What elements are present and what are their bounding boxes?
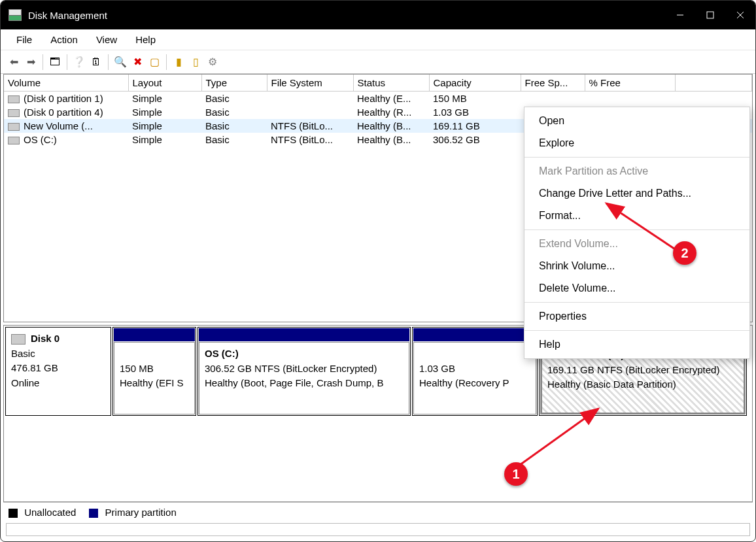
- context-menu-separator: [524, 302, 749, 303]
- refresh-icon[interactable]: 🗓: [88, 54, 104, 70]
- forward-icon[interactable]: ➡: [23, 54, 39, 70]
- partition-color-bar: [114, 328, 195, 341]
- col-percentfree[interactable]: % Free: [585, 75, 675, 92]
- partition-block[interactable]: OS (C:)306.52 GB NTFS (BitLocker Encrypt…: [198, 327, 411, 416]
- context-menu-item[interactable]: Properties: [524, 305, 749, 328]
- status-bar: [6, 523, 750, 536]
- context-menu-separator: [524, 157, 749, 158]
- disk-status-text: Online: [11, 376, 105, 391]
- context-menu-item[interactable]: Change Drive Letter and Paths...: [524, 182, 749, 205]
- partition-color-bar: [199, 328, 409, 341]
- legend-primary: Primary partition: [89, 507, 176, 518]
- swatch-unallocated: [9, 509, 18, 518]
- col-volume[interactable]: Volume: [4, 75, 128, 92]
- col-filesystem[interactable]: File System: [267, 75, 353, 92]
- context-menu-item: Mark Partition as Active: [524, 160, 749, 182]
- col-freespace[interactable]: Free Sp...: [521, 75, 585, 92]
- context-menu-item[interactable]: Delete Volume...: [524, 277, 749, 299]
- list-top-icon[interactable]: ▮: [171, 54, 186, 70]
- swatch-primary: [89, 509, 98, 518]
- context-menu-item[interactable]: Format...: [524, 205, 749, 227]
- delete-icon[interactable]: ✖: [129, 54, 145, 70]
- table-header-row[interactable]: Volume Layout Type File System Status Ca…: [4, 75, 752, 92]
- partition-info: 150 MBHealthy (EFI S: [114, 342, 195, 415]
- toolbar: ⬅ ➡ 🗔 ❔ 🗓 🔍 ✖ ▢ ▮ ▯ ⚙: [1, 50, 755, 74]
- drive-icon: [8, 123, 20, 131]
- menu-help[interactable]: Help: [126, 31, 165, 48]
- partition-block[interactable]: 150 MBHealthy (EFI S: [112, 327, 196, 416]
- partition-info: OS (C:)306.52 GB NTFS (BitLocker Encrypt…: [199, 342, 409, 415]
- context-menu-item[interactable]: Shrink Volume...: [524, 255, 749, 277]
- properties-check-icon[interactable]: ▢: [146, 54, 162, 70]
- partition-color-bar: [413, 328, 536, 341]
- col-capacity[interactable]: Capacity: [429, 75, 521, 92]
- menubar: File Action View Help: [1, 29, 755, 50]
- titlebar: Disk Management: [1, 1, 755, 29]
- context-menu-item[interactable]: Open: [524, 110, 749, 132]
- drive-icon: [8, 95, 20, 103]
- drive-icon: [8, 137, 20, 144]
- window-frame: Disk Management File Action View Help ⬅ …: [0, 0, 756, 542]
- list-bottom-icon[interactable]: ▯: [188, 54, 203, 70]
- partition-block[interactable]: 1.03 GBHealthy (Recovery P: [412, 327, 538, 416]
- col-layout[interactable]: Layout: [128, 75, 201, 92]
- minimize-button[interactable]: [665, 1, 695, 29]
- disk-icon: [11, 334, 26, 345]
- disk-type-text: Basic: [11, 347, 105, 362]
- col-status[interactable]: Status: [353, 75, 429, 92]
- svg-rect-1: [707, 12, 713, 18]
- back-icon[interactable]: ⬅: [6, 54, 22, 70]
- table-row[interactable]: (Disk 0 partition 1)SimpleBasicHealthy (…: [4, 92, 752, 106]
- explore-icon[interactable]: 🔍: [112, 54, 128, 70]
- menu-view[interactable]: View: [87, 31, 126, 48]
- col-type[interactable]: Type: [201, 75, 267, 92]
- window-controls: [665, 1, 755, 29]
- callout-1: 1: [504, 462, 528, 486]
- menu-file[interactable]: File: [7, 31, 41, 48]
- menu-action[interactable]: Action: [41, 31, 87, 48]
- partition-info: 1.03 GBHealthy (Recovery P: [413, 342, 536, 415]
- callout-2: 2: [673, 241, 696, 265]
- context-menu-separator: [524, 330, 749, 331]
- disk-label-name: Disk 0: [31, 333, 60, 344]
- settings-icon[interactable]: ⚙: [205, 54, 220, 70]
- disk-management-icon: [9, 9, 22, 21]
- context-menu-item[interactable]: Help: [524, 333, 749, 356]
- legend-unallocated: Unallocated: [9, 507, 76, 518]
- help-icon[interactable]: ❔: [71, 54, 87, 70]
- legend: Unallocated Primary partition: [3, 502, 753, 522]
- close-button[interactable]: [725, 1, 755, 29]
- drive-icon: [8, 109, 20, 117]
- disk-label-box[interactable]: Disk 0 Basic 476.81 GB Online: [5, 327, 111, 416]
- window-title: Disk Management: [28, 10, 665, 21]
- maximize-button[interactable]: [695, 1, 725, 29]
- context-menu: OpenExploreMark Partition as ActiveChang…: [524, 107, 750, 359]
- context-menu-separator: [524, 229, 749, 230]
- show-hide-icon[interactable]: 🗔: [47, 54, 63, 70]
- context-menu-item: Extend Volume...: [524, 233, 749, 255]
- context-menu-item[interactable]: Explore: [524, 132, 749, 154]
- disk-capacity-text: 476.81 GB: [11, 361, 105, 376]
